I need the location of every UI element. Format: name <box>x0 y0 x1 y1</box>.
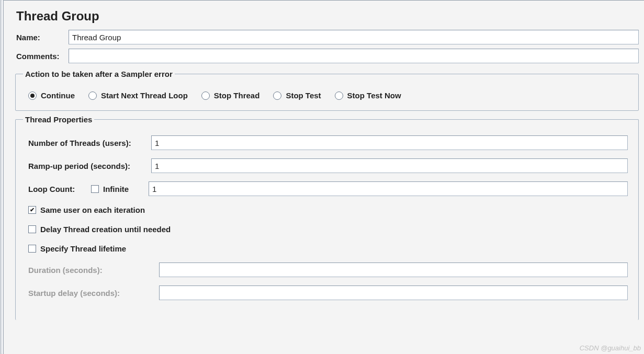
loop-count-label: Loop Count: <box>28 185 86 193</box>
radio-stop-test-label: Stop Test <box>286 91 321 100</box>
specify-lifetime-checkbox[interactable]: Specify Thread lifetime <box>28 244 126 253</box>
delay-creation-row: Delay Thread creation until needed <box>23 220 631 239</box>
specify-lifetime-row: Specify Thread lifetime <box>23 239 631 258</box>
thread-properties-legend: Thread Properties <box>23 115 94 124</box>
name-label: Name: <box>16 33 63 42</box>
radio-stop-test-now[interactable]: Stop Test Now <box>335 91 401 100</box>
watermark-text: CSDN @guaihui_bb <box>580 344 641 352</box>
outer-frame-edge: Thread Group Name: Comments: Action to b… <box>0 0 644 354</box>
same-user-label: Same user on each iteration <box>40 205 145 214</box>
name-row: Name: <box>4 28 644 47</box>
ramp-up-input[interactable] <box>151 158 628 173</box>
num-threads-input[interactable] <box>151 135 628 150</box>
radio-start-next-label: Start Next Thread Loop <box>101 91 188 100</box>
radio-stop-thread[interactable]: Stop Thread <box>201 91 260 100</box>
thread-properties-group: Thread Properties Number of Threads (use… <box>15 115 639 320</box>
infinite-label: Infinite <box>103 185 129 193</box>
radio-stop-test[interactable]: Stop Test <box>273 91 321 100</box>
loop-count-row: Loop Count: Infinite <box>23 177 631 200</box>
sampler-error-radio-row: Continue Start Next Thread Loop Stop Thr… <box>23 86 631 103</box>
comments-row: Comments: <box>4 47 644 65</box>
sampler-error-legend: Action to be taken after a Sampler error <box>23 70 175 78</box>
ramp-up-label: Ramp-up period (seconds): <box>28 162 146 170</box>
config-panel-inner: Thread Group Name: Comments: Action to b… <box>4 1 644 320</box>
ramp-up-row: Ramp-up period (seconds): <box>23 154 631 177</box>
same-user-checkbox[interactable]: Same user on each iteration <box>28 205 145 214</box>
radio-stop-thread-label: Stop Thread <box>214 91 260 100</box>
checkbox-icon <box>91 185 99 193</box>
comments-label: Comments: <box>16 52 63 61</box>
radio-continue[interactable]: Continue <box>28 91 75 100</box>
radio-icon <box>273 92 281 100</box>
delay-creation-label: Delay Thread creation until needed <box>40 225 171 234</box>
radio-icon <box>201 92 210 100</box>
radio-icon <box>28 92 37 100</box>
splitter-edge[interactable]: Thread Group Name: Comments: Action to b… <box>2 0 644 354</box>
checkbox-icon <box>28 206 36 214</box>
duration-label: Duration (seconds): <box>28 266 154 275</box>
infinite-checkbox[interactable]: Infinite <box>91 185 143 193</box>
radio-icon <box>335 92 343 100</box>
num-threads-row: Number of Threads (users): <box>23 131 631 154</box>
name-input[interactable] <box>69 30 639 44</box>
startup-delay-label: Startup delay (seconds): <box>28 289 154 298</box>
specify-lifetime-label: Specify Thread lifetime <box>40 244 126 253</box>
config-panel: Thread Group Name: Comments: Action to b… <box>3 0 644 354</box>
checkbox-icon <box>28 245 36 253</box>
startup-delay-input[interactable] <box>159 286 628 300</box>
same-user-row: Same user on each iteration <box>23 200 631 220</box>
sampler-error-group: Action to be taken after a Sampler error… <box>15 70 639 111</box>
radio-start-next-loop[interactable]: Start Next Thread Loop <box>88 91 188 100</box>
page-title: Thread Group <box>4 3 644 28</box>
duration-row: Duration (seconds): <box>23 258 631 281</box>
comments-input[interactable] <box>69 49 639 63</box>
delay-creation-checkbox[interactable]: Delay Thread creation until needed <box>28 225 171 234</box>
startup-delay-row: Startup delay (seconds): <box>23 281 631 304</box>
loop-count-input[interactable] <box>149 181 628 196</box>
radio-continue-label: Continue <box>41 91 75 100</box>
radio-stop-test-now-label: Stop Test Now <box>347 91 401 100</box>
checkbox-icon <box>28 225 36 233</box>
duration-input[interactable] <box>159 262 628 277</box>
num-threads-label: Number of Threads (users): <box>28 139 146 147</box>
radio-icon <box>88 92 97 100</box>
